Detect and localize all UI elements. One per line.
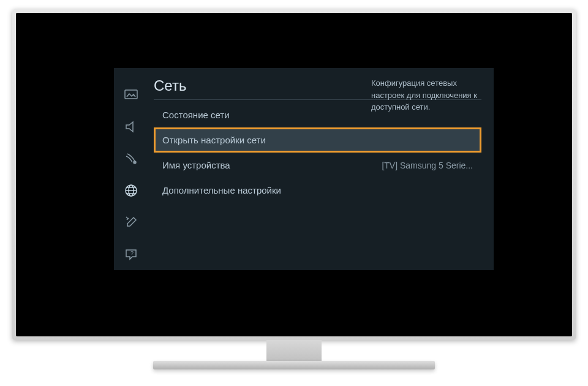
menu-item-open-network-settings[interactable]: Открыть настройки сети (154, 127, 481, 153)
menu-item-advanced-settings[interactable]: Дополнительные настройки (154, 178, 481, 203)
svg-text:?: ? (130, 250, 134, 256)
network-icon[interactable] (123, 182, 140, 199)
svg-point-1 (134, 161, 136, 164)
sound-icon[interactable] (123, 118, 140, 135)
system-icon[interactable] (123, 214, 140, 231)
menu-item-device-name[interactable]: Имя устройства [TV] Samsung 5 Serie... (154, 153, 481, 178)
broadcast-icon[interactable] (123, 150, 140, 167)
menu-item-label: Дополнительные настройки (162, 185, 281, 195)
menu-item-label: Состояние сети (162, 110, 230, 120)
menu-item-value: [TV] Samsung 5 Serie... (382, 161, 473, 170)
tv-screen: ? Сеть Состояние сети Открыть настройки … (16, 13, 572, 336)
tv-frame: ? Сеть Состояние сети Открыть настройки … (12, 9, 576, 340)
menu-item-label: Имя устройства (162, 160, 230, 170)
tv-stand-neck (266, 340, 322, 361)
svg-rect-0 (125, 90, 137, 99)
menu-item-label: Открыть настройки сети (162, 135, 266, 145)
support-icon[interactable]: ? (123, 246, 140, 263)
settings-menu-panel: ? Сеть Состояние сети Открыть настройки … (114, 68, 494, 270)
picture-icon[interactable] (123, 86, 140, 104)
tv-stand-base (153, 361, 435, 369)
settings-sidebar: ? (114, 68, 148, 270)
help-description: Конфигурация сетевых настроек для подклю… (371, 77, 481, 113)
